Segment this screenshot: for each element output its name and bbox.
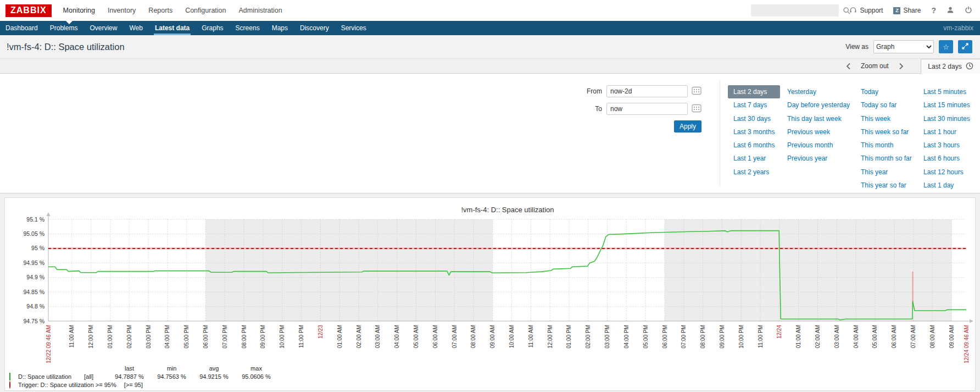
subnav-latest-data[interactable]: Latest data bbox=[154, 21, 191, 35]
x-tick-label: 08:00 AM bbox=[929, 325, 936, 348]
x-tick-label: 09:00 PM bbox=[260, 325, 266, 349]
timerange-link-last-3-months[interactable]: Last 3 months bbox=[728, 125, 780, 139]
from-input[interactable] bbox=[606, 85, 688, 97]
kiosk-button[interactable] bbox=[958, 40, 972, 53]
timerange-link-last-30-minutes[interactable]: Last 30 minutes bbox=[918, 112, 976, 125]
timerange-link-yesterday[interactable]: Yesterday bbox=[782, 85, 855, 98]
timerange-link-previous-week[interactable]: Previous week bbox=[782, 125, 855, 139]
legend-item-qualifier: [all] bbox=[83, 373, 108, 380]
quick-range-column-1: Last 2 daysLast 7 daysLast 30 daysLast 3… bbox=[728, 85, 780, 179]
timerange-link-this-month-so-far[interactable]: This month so far bbox=[855, 152, 917, 165]
timerange-link-previous-year[interactable]: Previous year bbox=[782, 152, 855, 165]
search-input[interactable] bbox=[751, 4, 843, 16]
share-label: Share bbox=[903, 7, 921, 14]
timerange-link-last-1-hour[interactable]: Last 1 hour bbox=[918, 125, 976, 139]
x-tick-label: 03:00 AM bbox=[834, 325, 840, 348]
zabbix-logo[interactable]: ZABBIX bbox=[5, 4, 52, 17]
menu-reports[interactable]: Reports bbox=[148, 7, 172, 14]
to-label: To bbox=[582, 105, 602, 113]
view-as-label: View as bbox=[845, 43, 868, 51]
time-range-label: Last 2 days bbox=[928, 63, 961, 70]
signout-button[interactable] bbox=[965, 6, 972, 15]
apply-button[interactable]: Apply bbox=[674, 120, 701, 132]
timerange-link-last-5-minutes[interactable]: Last 5 minutes bbox=[918, 85, 976, 98]
x-tick-label: 06:00 AM bbox=[432, 325, 438, 348]
quick-range-column-4: Last 5 minutesLast 15 minutesLast 30 min… bbox=[918, 85, 976, 192]
menu-configuration[interactable]: Configuration bbox=[185, 7, 226, 14]
x-tick-label: 01:00 AM bbox=[795, 325, 801, 348]
timerange-link-last-7-days[interactable]: Last 7 days bbox=[728, 98, 780, 112]
timerange-link-last-1-year[interactable]: Last 1 year bbox=[728, 152, 780, 165]
x-tick-label: 04:00 PM bbox=[164, 325, 170, 349]
share-link[interactable]: Z Share bbox=[893, 7, 921, 14]
x-tick-label: 06:00 PM bbox=[662, 325, 668, 349]
x-tick-label: 01:00 PM bbox=[107, 325, 113, 349]
menu-administration[interactable]: Administration bbox=[239, 7, 282, 14]
subnav-discovery[interactable]: Discovery bbox=[299, 21, 330, 35]
legend-item-name: D:: Space utilization bbox=[18, 373, 83, 380]
timerange-link-this-year[interactable]: This year bbox=[855, 165, 917, 179]
timerange-link-last-6-hours[interactable]: Last 6 hours bbox=[918, 152, 976, 165]
timerange-link-this-day-last-week[interactable]: This day last week bbox=[782, 112, 855, 125]
to-input[interactable] bbox=[606, 103, 688, 115]
timerange-link-last-2-years[interactable]: Last 2 years bbox=[728, 165, 780, 179]
sub-navigation: DashboardProblemsOverviewWebLatest dataG… bbox=[0, 21, 980, 35]
legend-value-avg: 94.9215 % bbox=[193, 373, 235, 380]
subnav-services[interactable]: Services bbox=[340, 21, 368, 35]
subnav-dashboard[interactable]: Dashboard bbox=[4, 21, 39, 35]
series-swatch-icon bbox=[9, 373, 10, 380]
space-utilization-graph[interactable]: 95.1 %95.05 %95 %94.95 %94.9 %94.85 %94.… bbox=[5, 198, 975, 363]
legend-value-last: 94.7887 % bbox=[108, 373, 151, 380]
x-tick-label: 10:00 PM bbox=[279, 325, 285, 349]
subnav-graphs[interactable]: Graphs bbox=[201, 21, 224, 35]
x-tick-label: 08:00 PM bbox=[700, 325, 706, 349]
subnav-screens[interactable]: Screens bbox=[235, 21, 261, 35]
help-button[interactable]: ? bbox=[931, 6, 936, 15]
timerange-link-last-15-minutes[interactable]: Last 15 minutes bbox=[918, 98, 976, 112]
support-link[interactable]: Support bbox=[849, 6, 883, 15]
timerange-link-day-before-yesterday[interactable]: Day before yesterday bbox=[782, 98, 855, 112]
time-range-tab[interactable]: Last 2 days bbox=[921, 59, 980, 74]
menu-monitoring[interactable]: Monitoring bbox=[63, 7, 95, 14]
timerange-link-last-6-months[interactable]: Last 6 months bbox=[728, 139, 780, 152]
x-tick-label: 03:00 PM bbox=[146, 325, 152, 349]
timerange-link-last-2-days[interactable]: Last 2 days bbox=[728, 85, 780, 98]
x-tick-label: 05:00 PM bbox=[643, 325, 649, 349]
timerange-link-last-12-hours[interactable]: Last 12 hours bbox=[918, 165, 976, 179]
legend-header-max: max bbox=[235, 365, 277, 372]
timerange-link-today[interactable]: Today bbox=[855, 85, 917, 98]
x-tick-label: 12/24 bbox=[776, 325, 782, 339]
x-tick-label: 10:00 PM bbox=[738, 325, 744, 349]
x-tick-label: 05:00 AM bbox=[413, 325, 419, 348]
time-back-button[interactable] bbox=[846, 63, 851, 70]
profile-button[interactable] bbox=[946, 6, 954, 15]
view-as-select[interactable]: Graph bbox=[873, 40, 934, 53]
timerange-link-this-week[interactable]: This week bbox=[855, 112, 917, 125]
time-forward-button[interactable] bbox=[899, 63, 904, 70]
from-label: From bbox=[582, 87, 602, 95]
from-calendar-button[interactable] bbox=[691, 85, 703, 97]
timerange-link-this-week-so-far[interactable]: This week so far bbox=[855, 125, 917, 139]
x-tick-label: 12:00 PM bbox=[547, 325, 553, 349]
timerange-link-last-3-hours[interactable]: Last 3 hours bbox=[918, 139, 976, 152]
graph-svg[interactable]: 95.1 %95.05 %95 %94.95 %94.9 %94.85 %94.… bbox=[5, 198, 975, 363]
subnav-maps[interactable]: Maps bbox=[271, 21, 289, 35]
user-icon bbox=[946, 6, 954, 15]
timerange-link-last-1-day[interactable]: Last 1 day bbox=[918, 179, 976, 192]
timerange-link-today-so-far[interactable]: Today so far bbox=[855, 98, 917, 112]
subnav-overview[interactable]: Overview bbox=[88, 21, 118, 35]
page-title: !vm-fs-4: D:: Space utilization bbox=[7, 42, 125, 52]
subnav-problems[interactable]: Problems bbox=[49, 21, 79, 35]
calendar-icon bbox=[692, 86, 701, 97]
zoom-out-button[interactable]: Zoom out bbox=[861, 62, 889, 70]
subnav-web[interactable]: Web bbox=[128, 21, 143, 35]
timerange-link-this-month[interactable]: This month bbox=[855, 139, 917, 152]
timerange-link-last-30-days[interactable]: Last 30 days bbox=[728, 112, 780, 125]
timerange-link-previous-month[interactable]: Previous month bbox=[782, 139, 855, 152]
timerange-link-this-year-so-far[interactable]: This year so far bbox=[855, 179, 917, 192]
to-calendar-button[interactable] bbox=[691, 103, 703, 115]
menu-inventory[interactable]: Inventory bbox=[108, 7, 136, 14]
favourite-button[interactable]: ☆ bbox=[939, 40, 953, 53]
legend-value-max: 95.0606 % bbox=[235, 373, 277, 380]
title-bar: !vm-fs-4: D:: Space utilization View as … bbox=[0, 35, 980, 59]
